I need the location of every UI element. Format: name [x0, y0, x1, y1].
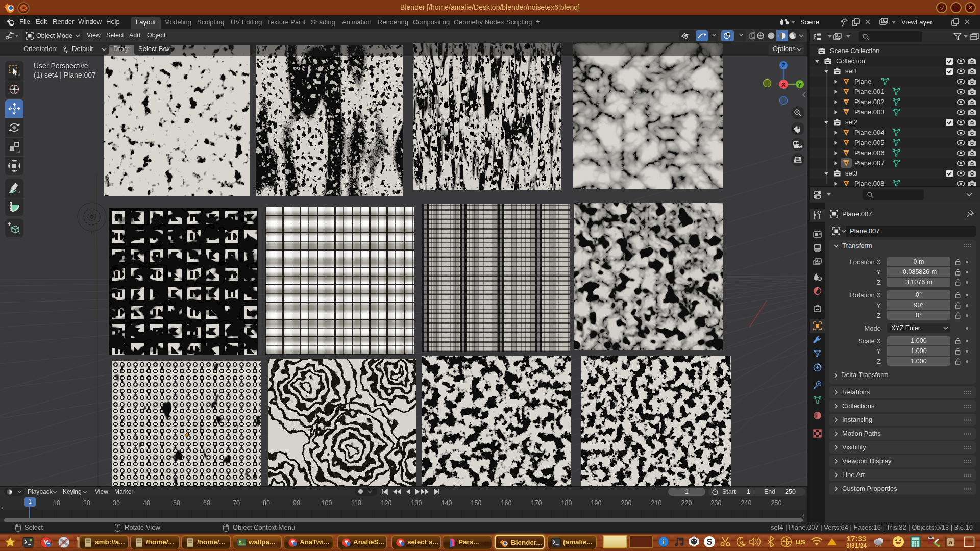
- svg-text:X: X: [781, 82, 786, 88]
- svg-text:a: a: [949, 538, 952, 546]
- svg-text:Y: Y: [798, 82, 802, 88]
- svg-text:i: i: [663, 538, 665, 546]
- svg-text:S: S: [707, 538, 713, 546]
- svg-text:Z: Z: [782, 62, 786, 68]
